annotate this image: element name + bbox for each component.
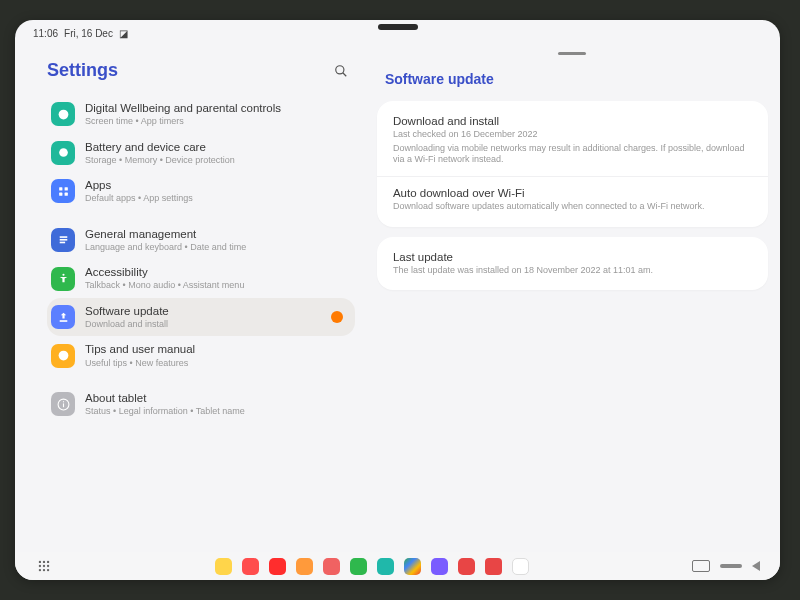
sidebar-item-label: Tips and user manual [85,343,195,356]
status-time: 11:06 [33,28,58,39]
dock-app-icon[interactable] [296,558,313,575]
svg-point-13 [58,351,68,361]
svg-point-3 [59,149,68,158]
last-update-item[interactable]: Last update The last update was installe… [377,241,768,287]
dock-app-icon[interactable] [242,558,259,575]
tips-icon [51,344,75,368]
card-sub: Downloading via mobile networks may resu… [393,143,752,166]
svg-point-23 [38,569,40,571]
svg-rect-16 [62,401,63,402]
sidebar-item-label: Apps [85,179,193,192]
dock-app-icon[interactable] [512,558,529,575]
camera-notch [378,24,418,30]
svg-point-17 [38,561,40,563]
settings-menu: Digital Wellbeing and parental controls … [41,95,361,424]
svg-point-18 [42,561,44,563]
svg-rect-8 [59,237,67,239]
sidebar-item-sub: Download and install [85,319,169,329]
dock-app-icon[interactable] [458,558,475,575]
svg-rect-7 [64,192,67,195]
sidebar-item-about-tablet[interactable]: About tablet Status • Legal information … [47,385,355,424]
nav-home-icon[interactable] [720,564,742,568]
search-icon[interactable] [333,63,349,79]
sidebar-item-label: General management [85,228,246,241]
sidebar-item-sub: Language and keyboard • Date and time [85,242,246,252]
dock-app-icon[interactable] [215,558,232,575]
software-update-icon [51,305,75,329]
sidebar-item-sub: Useful tips • New features [85,358,195,368]
sidebar-item-sub: Default apps • App settings [85,193,193,203]
update-card: Download and install Last checked on 16 … [377,101,768,227]
card-sub: Download software updates automatically … [393,201,752,213]
apps-drawer-icon[interactable] [35,558,52,575]
accessibility-icon [51,267,75,291]
svg-rect-6 [59,192,62,195]
dock-app-icon[interactable] [350,558,367,575]
svg-point-2 [58,109,68,119]
card-sub: The last update was installed on 18 Nove… [393,265,752,277]
settings-sidebar: Settings Digital Wellbeing and parental … [15,40,367,552]
svg-point-24 [42,569,44,571]
detail-pane: Software update Download and install Las… [367,40,780,552]
sidebar-item-digital-wellbeing[interactable]: Digital Wellbeing and parental controls … [47,95,355,134]
last-update-card: Last update The last update was installe… [377,237,768,291]
svg-point-25 [46,569,48,571]
settings-title: Settings [47,60,118,81]
svg-rect-12 [59,320,67,322]
svg-point-19 [46,561,48,563]
card-sub: Last checked on 16 December 2022 [393,129,752,141]
dock-app-icon[interactable] [323,558,340,575]
sidebar-item-general-management[interactable]: General management Language and keyboard… [47,221,355,260]
svg-rect-9 [59,239,67,241]
card-title: Download and install [393,115,752,127]
svg-point-11 [62,274,64,276]
svg-point-22 [46,565,48,567]
svg-point-0 [336,65,344,73]
sidebar-item-apps[interactable]: Apps Default apps • App settings [47,172,355,211]
sidebar-item-sub: Storage • Memory • Device protection [85,155,235,165]
dock-app-icon[interactable] [269,558,286,575]
sidebar-item-label: Software update [85,305,169,318]
dock-app-icon[interactable] [404,558,421,575]
sidebar-item-label: About tablet [85,392,245,405]
svg-point-20 [38,565,40,567]
auto-download-item[interactable]: Auto download over Wi-Fi Download softwa… [377,176,768,223]
page-title: Software update [377,65,768,101]
dock [15,552,780,580]
info-icon [51,392,75,416]
card-title: Auto download over Wi-Fi [393,187,752,199]
sidebar-item-sub: Screen time • App timers [85,116,281,126]
status-date: Fri, 16 Dec [64,28,113,39]
download-install-item[interactable]: Download and install Last checked on 16 … [377,105,768,176]
sidebar-item-battery[interactable]: Battery and device care Storage • Memory… [47,134,355,173]
sidebar-item-software-update[interactable]: Software update Download and install [47,298,355,337]
svg-rect-10 [59,242,64,244]
card-title: Last update [393,251,752,263]
dock-app-icon[interactable] [485,558,502,575]
update-badge [331,311,343,323]
wellbeing-icon [51,102,75,126]
sidebar-item-tips[interactable]: Tips and user manual Useful tips • New f… [47,336,355,375]
sidebar-item-label: Accessibility [85,266,244,279]
general-icon [51,228,75,252]
svg-point-21 [42,565,44,567]
apps-icon [51,179,75,203]
device-frame: 11:06 Fri, 16 Dec ◪ Settings Digital Wel… [15,20,780,580]
sidebar-item-accessibility[interactable]: Accessibility Talkback • Mono audio • As… [47,259,355,298]
svg-rect-4 [59,187,62,190]
status-icon: ◪ [119,28,128,39]
svg-rect-5 [64,187,67,190]
content: Settings Digital Wellbeing and parental … [15,40,780,552]
nav-back-icon[interactable] [752,561,760,571]
status-bar: 11:06 Fri, 16 Dec ◪ [15,20,780,40]
nav-recents-icon[interactable] [692,560,710,572]
sidebar-item-sub: Talkback • Mono audio • Assistant menu [85,280,244,290]
sidebar-item-sub: Status • Legal information • Tablet name [85,406,245,416]
sidebar-item-label: Digital Wellbeing and parental controls [85,102,281,115]
sidebar-item-label: Battery and device care [85,141,235,154]
dock-app-icon[interactable] [431,558,448,575]
battery-icon [51,141,75,165]
drag-handle[interactable] [558,52,586,55]
dock-app-icon[interactable] [377,558,394,575]
svg-line-1 [343,72,347,76]
